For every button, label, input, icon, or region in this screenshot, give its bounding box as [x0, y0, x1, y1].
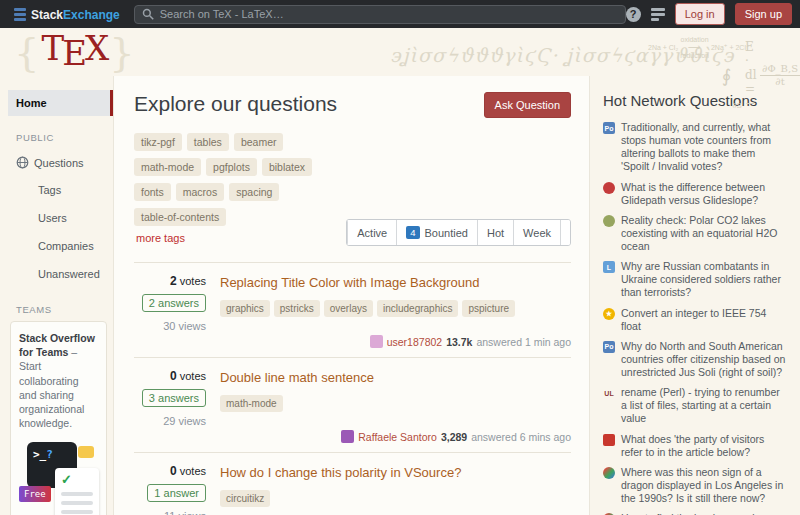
tag-pill[interactable]: circuitikz: [220, 490, 270, 507]
tag-pill[interactable]: math-mode: [220, 395, 283, 412]
filter-tab[interactable]: Hot: [477, 220, 513, 245]
hot-question-link[interactable]: Why are Russian combatants in Ukraine co…: [621, 260, 786, 299]
filter-tab[interactable]: Week: [513, 220, 560, 245]
avatar: [341, 430, 354, 443]
hot-question-item: What is the difference between Glidepath…: [603, 181, 786, 207]
view-count: 30 views: [134, 320, 206, 332]
login-button[interactable]: Log in: [675, 3, 725, 25]
hot-question-link[interactable]: What does 'the party of visitors refer t…: [621, 433, 786, 459]
question-row: 2 votes 2 answers 30 views Replacing Tit…: [134, 263, 571, 358]
help-icon[interactable]: ?: [626, 7, 641, 22]
logo-brace-left: {: [14, 29, 39, 75]
tag-pill[interactable]: table-of-contents: [134, 208, 226, 226]
stackexchange-logo[interactable]: StackExchange: [14, 5, 120, 23]
sidebar-section-public: PUBLIC: [16, 132, 113, 143]
filter-tab-label: Hot: [487, 227, 504, 239]
site-favicon: Po: [603, 122, 615, 134]
search-icon: [142, 8, 154, 20]
logo-text-stack: Stack: [31, 8, 63, 22]
question-tags: math-mode: [220, 393, 571, 416]
topbar: StackExchange ? Log in Sign up: [0, 0, 800, 28]
tag-pill[interactable]: tikz-pgf: [134, 133, 182, 151]
speech-bubble-icon: [78, 446, 94, 458]
site-favicon: UL: [603, 387, 615, 399]
search-box[interactable]: [134, 5, 626, 24]
sidebar-item[interactable]: Unanswered: [8, 260, 113, 288]
sidebar-item[interactable]: Companies: [8, 232, 113, 260]
filter-tab[interactable]: 4 Bountied: [396, 220, 477, 245]
answer-count: 2 answers: [142, 294, 206, 312]
vote-count: 2 votes: [134, 274, 206, 288]
question-row: 0 votes 1 answer 11 views How do I chang…: [134, 453, 571, 515]
avatar: [370, 335, 383, 348]
sidebar-item-questions[interactable]: Questions: [8, 149, 113, 176]
user-link[interactable]: user187802: [387, 336, 442, 348]
site-favicon: L: [603, 261, 615, 273]
tag-pill[interactable]: includegraphics: [377, 300, 459, 317]
question-title-link[interactable]: Replacing Title Color with Image Backgro…: [220, 275, 571, 290]
hot-question-item: ★ Convert an integer to IEEE 754 float: [603, 307, 786, 333]
tag-pill[interactable]: pspicture: [462, 300, 515, 317]
filter-tab[interactable]: Month: [560, 220, 571, 245]
tag-pill[interactable]: pgfplots: [206, 158, 257, 176]
ask-question-button[interactable]: Ask Question: [484, 92, 571, 118]
sidebar-item-home[interactable]: Home: [8, 90, 113, 116]
stackexchange-logo-icon: [14, 8, 26, 21]
hot-question-item: L Why are Russian combatants in Ukraine …: [603, 260, 786, 299]
hot-question-link[interactable]: Convert an integer to IEEE 754 float: [621, 307, 786, 333]
filter-tab-label: Active: [357, 227, 387, 239]
question-stats: 2 votes 2 answers 30 views: [134, 274, 206, 332]
activity-time: answered 1 min ago: [476, 336, 571, 348]
site-switcher-icon[interactable]: [651, 8, 665, 21]
tex-site-logo[interactable]: {TEX}: [14, 28, 135, 75]
filter-tab[interactable]: Active: [347, 220, 396, 245]
question-title-link[interactable]: How do I change this polarity in VSource…: [220, 465, 571, 480]
sidebar-item[interactable]: Tags: [8, 176, 113, 204]
tag-pill[interactable]: math-mode: [134, 158, 201, 176]
user-link[interactable]: Raffaele Santoro: [358, 431, 437, 443]
signup-button[interactable]: Sign up: [735, 3, 792, 25]
question-title-link[interactable]: Double line math sentence: [220, 370, 571, 385]
hot-question-link[interactable]: Where was this neon sign of a dragon dis…: [621, 466, 786, 505]
hot-question-link[interactable]: rename (Perl) - trying to renumber a lis…: [621, 386, 786, 425]
teams-illustration: >_? ✓ Free: [19, 438, 98, 515]
tag-pill[interactable]: graphics: [220, 300, 270, 317]
hot-question-link[interactable]: Why do North and South American countrie…: [621, 340, 786, 379]
user-reputation: 13.7k: [446, 336, 472, 348]
tag-pill[interactable]: overlays: [324, 300, 373, 317]
teams-card: Stack Overflow for Teams – Start collabo…: [10, 321, 107, 515]
tag-pill[interactable]: macros: [176, 183, 224, 201]
sidebar-item[interactable]: Users: [8, 204, 113, 232]
activity-time: answered 6 mins ago: [471, 431, 571, 443]
hot-question-item: Po Why do North and South American count…: [603, 340, 786, 379]
hot-question-item: Reality check: Polar CO2 lakes coexistin…: [603, 214, 786, 253]
tag-pill[interactable]: beamer: [234, 133, 284, 151]
answer-count: 3 answers: [142, 389, 206, 407]
hot-question-link[interactable]: Traditionally, and currently, what stops…: [621, 121, 786, 174]
tag-pill[interactable]: tables: [187, 133, 229, 151]
tag-pill[interactable]: spacing: [229, 183, 279, 201]
content: Home PUBLIC Questions Tags Users Compani…: [0, 76, 800, 515]
site-favicon: [603, 182, 615, 194]
free-badge: Free: [19, 486, 51, 502]
topbar-actions: ? Log in Sign up: [626, 3, 794, 25]
more-tags-link[interactable]: more tags: [136, 232, 185, 244]
sidebar-item-label: Questions: [34, 157, 84, 169]
hot-question-item: Po Traditionally, and currently, what st…: [603, 121, 786, 174]
hot-question-link[interactable]: Reality check: Polar CO2 lakes coexistin…: [621, 214, 786, 253]
hot-question-item: What does 'the party of visitors refer t…: [603, 433, 786, 459]
search-input[interactable]: [160, 8, 618, 20]
tag-list: tikz-pgftablesbeamermath-modepgfplotsbib…: [134, 132, 346, 232]
hot-question-link[interactable]: What is the difference between Glidepath…: [621, 181, 786, 207]
filter-tab-label: Bountied: [425, 227, 468, 239]
tag-cloud: tikz-pgftablesbeamermath-modepgfplotsbib…: [134, 132, 346, 250]
site-favicon: [603, 467, 615, 479]
question-meta: Raffaele Santoro 3,289 answered 6 mins a…: [134, 429, 571, 444]
left-sidebar: Home PUBLIC Questions Tags Users Compani…: [8, 76, 113, 515]
tag-pill[interactable]: biblatex: [262, 158, 312, 176]
tag-pill[interactable]: fonts: [134, 183, 171, 201]
tag-pill[interactable]: pstricks: [274, 300, 320, 317]
view-count: 11 views: [134, 510, 206, 515]
question-stats: 0 votes 1 answer 11 views: [134, 464, 206, 515]
user-reputation: 3,289: [441, 431, 467, 443]
